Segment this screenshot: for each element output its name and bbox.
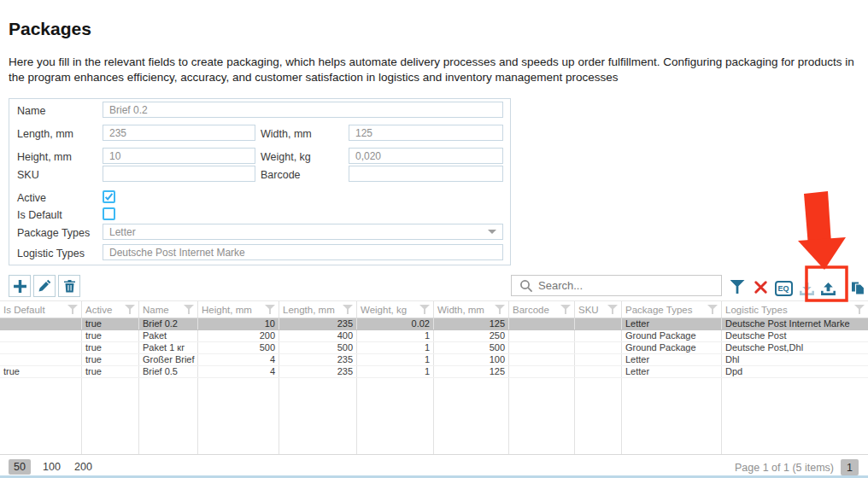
page-size-100[interactable]: 100 [38,459,66,475]
column-filter-icon[interactable] [343,305,353,314]
column-header-sku[interactable]: SKU [575,301,622,318]
delete-button[interactable] [58,275,80,297]
page-size-200[interactable]: 200 [69,459,97,475]
name-field[interactable] [103,102,503,118]
page-title: Packages [9,19,91,39]
is-default-label: Is Default [17,209,62,221]
logistic-types-field[interactable] [103,244,503,260]
export-icon [820,282,836,296]
search-box [511,275,722,296]
column-header-length[interactable]: Length, mm [279,301,357,318]
import-button[interactable] [796,278,817,299]
page-description: Here you fill in the relevant fields to … [9,55,865,85]
packages-grid: Is Default Active Name Height, mm Length… [0,300,868,455]
pencil-icon [38,279,51,293]
page-number-button[interactable]: 1 [841,459,859,475]
barcode-field[interactable] [349,166,503,182]
barcode-label: Barcode [261,169,301,181]
filter-button[interactable] [727,277,748,297]
table-row[interactable]: true true Brief 0.5 4 235 1 125 Letter D… [0,366,868,378]
column-filter-icon[interactable] [67,305,78,314]
add-button[interactable] [9,275,31,297]
red-x-icon [754,280,768,294]
sku-label: SKU [17,169,39,181]
height-label: Height, mm [17,151,72,163]
is-default-checkbox[interactable] [103,207,115,220]
export-button[interactable] [818,278,838,299]
column-filter-icon[interactable] [495,305,505,314]
column-header-package-types[interactable]: Package Types [622,301,722,318]
column-filter-icon[interactable] [184,305,194,314]
grid-header-row: Is Default Active Name Height, mm Length… [0,300,868,318]
copy-sheets-icon [850,281,865,295]
packages-page: Packages Here you fill in the relevant f… [0,0,868,478]
table-row[interactable]: true Brief 0.2 10 235 0.02 125 Letter De… [0,318,868,330]
table-row[interactable]: true Großer Brief 4 235 1 100 Letter Dhl [0,354,868,366]
length-field[interactable] [103,125,255,141]
width-label: Width, mm [261,128,312,140]
column-header-active[interactable]: Active [82,301,139,318]
column-filter-icon[interactable] [419,305,430,314]
chevron-down-icon [488,230,496,234]
weight-label: Weight, kg [261,151,311,163]
package-types-label: Package Types [17,227,90,239]
column-filter-icon[interactable] [265,305,275,314]
sku-field[interactable] [103,166,255,182]
filter-builder-icon: EQ [775,281,793,296]
active-label: Active [17,192,46,204]
edit-button[interactable] [33,275,56,297]
trash-icon [63,279,76,293]
copy-grid-button[interactable] [847,277,868,298]
column-header-is-default[interactable]: Is Default [0,301,82,318]
table-row[interactable]: true Paket 200 400 1 250 Ground Package … [0,330,868,342]
name-label: Name [17,105,45,117]
page-info: Page 1 of 1 (5 items) [735,462,834,474]
package-types-value: Letter [109,226,136,238]
search-icon [512,279,533,293]
column-filter-icon[interactable] [560,305,571,314]
import-icon [799,282,815,296]
logistic-types-label: Logistic Types [17,248,85,259]
search-input[interactable] [533,279,721,292]
table-row[interactable]: true Paket 1 кг 500 500 1 500 Ground Pac… [0,342,868,354]
weight-field[interactable] [349,148,503,164]
grid-empty-area [0,378,868,455]
height-field[interactable] [103,148,255,164]
column-header-name[interactable]: Name [139,301,198,318]
column-filter-icon[interactable] [854,305,865,314]
filter-funnel-icon [730,280,745,294]
plus-icon [13,279,27,294]
red-arrow-head [798,237,846,270]
red-arrow-shaft [804,191,831,246]
column-filter-icon[interactable] [707,305,718,314]
checkmark-icon [104,192,114,201]
column-header-barcode[interactable]: Barcode [509,301,575,318]
package-form: Name Length, mm Width, mm Height, mm Wei… [9,98,511,265]
clear-filter-button[interactable] [750,277,771,297]
width-field[interactable] [349,125,503,141]
column-header-weight[interactable]: Weight, kg [357,301,434,318]
column-filter-icon[interactable] [607,305,618,314]
column-header-logistic-types[interactable]: Logistic Types [722,301,868,318]
length-label: Length, mm [17,128,73,140]
column-filter-icon[interactable] [125,305,135,314]
package-types-select[interactable]: Letter [103,224,503,240]
filter-builder-button[interactable]: EQ [773,278,794,299]
column-header-width[interactable]: Width, mm [434,301,509,318]
column-header-height[interactable]: Height, mm [198,301,279,318]
active-checkbox[interactable] [103,190,115,203]
page-size-50[interactable]: 50 [9,459,31,475]
